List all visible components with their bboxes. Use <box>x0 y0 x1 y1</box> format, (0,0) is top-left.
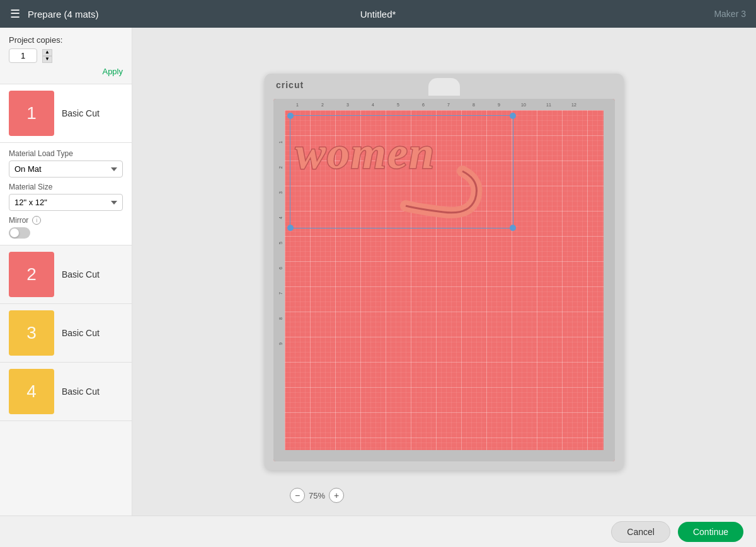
continue-button[interactable]: Continue <box>678 522 743 542</box>
mat-3-thumbnail: 3 <box>9 310 54 356</box>
material-load-select[interactable]: On Mat Without Mat <box>9 161 123 178</box>
ruler-left: 1 2 3 4 5 6 7 8 9 <box>273 110 285 461</box>
svg-text:8: 8 <box>278 317 283 320</box>
document-title: Untitled* <box>360 9 396 20</box>
mat-handle <box>428 78 460 96</box>
ruler-top: 1 2 3 4 5 6 7 8 9 10 11 12 <box>273 99 615 110</box>
copies-row: ▲ ▼ <box>9 48 123 63</box>
svg-text:1: 1 <box>296 103 299 107</box>
ruler-right <box>604 110 615 461</box>
mat-2-label: Basic Cut <box>62 269 100 279</box>
women-art-svg: women women <box>292 118 507 222</box>
svg-text:5: 5 <box>278 242 283 244</box>
mat-3-row: 3 Basic Cut <box>9 310 123 356</box>
ruler-bottom <box>285 450 604 461</box>
svg-text:6: 6 <box>422 103 425 107</box>
canvas-area: cricut 1 2 3 4 5 6 7 <box>132 28 756 516</box>
ruler-left-svg: 1 2 3 4 5 6 7 8 9 <box>273 110 285 461</box>
svg-text:12: 12 <box>571 103 576 107</box>
project-copies-section: Project copies: ▲ ▼ Apply <box>0 28 132 84</box>
copies-up-button[interactable]: ▲ <box>42 49 52 56</box>
zoom-out-button[interactable]: − <box>290 488 305 503</box>
mat-item-2[interactable]: 2 Basic Cut <box>0 245 132 304</box>
mat-3-number: 3 <box>26 323 37 343</box>
mat-item-4[interactable]: 4 Basic Cut <box>0 363 132 421</box>
svg-text:3: 3 <box>346 103 349 107</box>
mirror-row: Mirror i <box>9 216 123 225</box>
mat-inner: women women <box>285 110 604 450</box>
main-layout: Project copies: ▲ ▼ Apply 1 Basic Cut Ma… <box>0 28 756 516</box>
mat-item-3[interactable]: 3 Basic Cut <box>0 304 132 363</box>
svg-text:9: 9 <box>278 342 283 345</box>
mat-2-row: 2 Basic Cut <box>9 252 123 297</box>
toggle-knob <box>10 228 19 237</box>
brand-logo: cricut <box>276 80 304 90</box>
svg-text:2: 2 <box>278 166 283 169</box>
copies-spinner: ▲ ▼ <box>42 49 52 63</box>
mat-4-row: 4 Basic Cut <box>9 369 123 414</box>
sidebar: Project copies: ▲ ▼ Apply 1 Basic Cut Ma… <box>0 28 132 516</box>
copies-down-button[interactable]: ▼ <box>42 56 52 63</box>
mat-grid-container: 1 2 3 4 5 6 7 8 9 10 11 12 <box>273 99 615 461</box>
svg-text:9: 9 <box>498 103 500 107</box>
svg-text:7: 7 <box>278 292 283 295</box>
footer: Cancel Continue <box>0 516 756 547</box>
mat-item-1[interactable]: 1 Basic Cut <box>0 84 132 143</box>
zoom-level-display: 75% <box>309 491 325 500</box>
mat-board: cricut 1 2 3 4 5 6 7 <box>265 74 624 470</box>
material-size-select[interactable]: 12" x 12" 12" x 24" <box>9 194 123 211</box>
mirror-toggle[interactable] <box>9 227 30 239</box>
svg-text:7: 7 <box>447 103 450 107</box>
mat-4-label: Basic Cut <box>62 386 100 397</box>
mat-4-number: 4 <box>26 381 37 402</box>
mat-canvas-wrapper: cricut 1 2 3 4 5 6 7 <box>265 74 624 470</box>
svg-text:11: 11 <box>546 103 551 107</box>
svg-text:4: 4 <box>278 217 283 219</box>
svg-text:1: 1 <box>278 141 283 144</box>
mat-3-label: Basic Cut <box>62 328 100 338</box>
mirror-info-icon[interactable]: i <box>32 216 41 225</box>
svg-text:10: 10 <box>521 103 526 107</box>
material-size-label: Material Size <box>9 183 123 191</box>
material-settings: Material Load Type On Mat Without Mat Ma… <box>0 143 132 245</box>
svg-text:6: 6 <box>278 267 283 269</box>
cancel-button[interactable]: Cancel <box>611 521 670 543</box>
mat-1-thumbnail: 1 <box>9 91 54 136</box>
svg-text:2: 2 <box>321 103 324 107</box>
svg-text:8: 8 <box>472 103 475 107</box>
ruler-top-svg: 1 2 3 4 5 6 7 8 9 10 11 12 <box>273 99 615 110</box>
mat-2-thumbnail: 2 <box>9 252 54 297</box>
apply-button[interactable]: Apply <box>9 63 123 76</box>
mat-2-number: 2 <box>26 264 37 285</box>
svg-text:women: women <box>295 128 435 178</box>
zoom-in-button[interactable]: + <box>329 488 344 503</box>
svg-text:3: 3 <box>278 191 283 194</box>
mat-1-label: Basic Cut <box>62 108 100 118</box>
svg-text:4: 4 <box>372 103 374 107</box>
mat-4-thumbnail: 4 <box>9 369 54 414</box>
material-load-label: Material Load Type <box>9 149 123 158</box>
mirror-label: Mirror <box>9 216 28 225</box>
menu-icon[interactable]: ☰ <box>10 7 20 21</box>
mat-1-row: 1 Basic Cut <box>9 91 123 136</box>
copies-input[interactable] <box>9 48 37 63</box>
mat-1-number: 1 <box>26 103 37 123</box>
device-label: Maker 3 <box>714 9 746 19</box>
zoom-controls: − 75% + <box>290 488 344 503</box>
header: ☰ Prepare (4 mats) Untitled* Maker 3 <box>0 0 756 28</box>
prepare-title: Prepare (4 mats) <box>28 9 99 20</box>
svg-text:5: 5 <box>397 103 399 107</box>
mat-top-area: cricut <box>265 74 624 99</box>
project-copies-label: Project copies: <box>9 35 123 45</box>
